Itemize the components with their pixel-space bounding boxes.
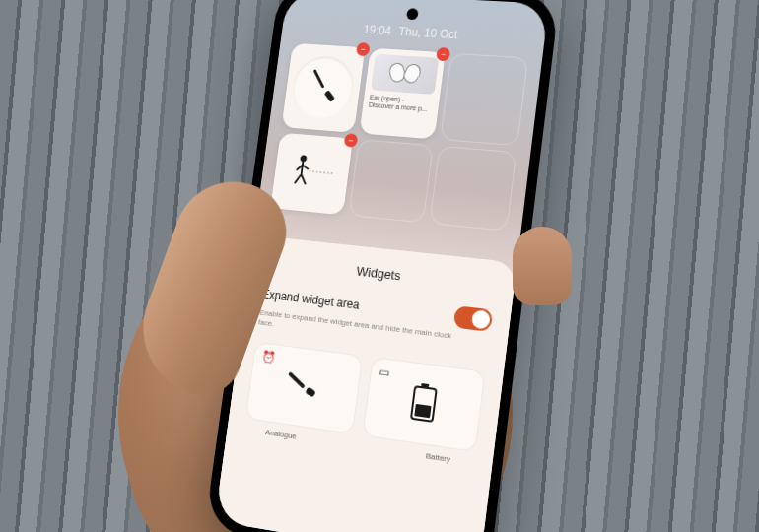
svg-line-4 bbox=[295, 174, 302, 184]
alarm-icon: ⏰ bbox=[261, 349, 277, 365]
walking-figure-icon bbox=[286, 151, 337, 197]
battery-label: Battery bbox=[425, 451, 450, 464]
lockscreen-widget-grid[interactable]: − − Ear (open) - Discover a more p... − bbox=[257, 36, 543, 238]
finger bbox=[513, 227, 572, 305]
earbuds-icon bbox=[371, 54, 439, 95]
empty-widget-slot[interactable] bbox=[348, 139, 433, 223]
status-time: 19:04 bbox=[363, 23, 392, 37]
pedometer-widget[interactable]: − bbox=[270, 133, 353, 216]
svg-line-5 bbox=[300, 174, 307, 184]
svg-point-0 bbox=[300, 155, 307, 162]
analogue-preview[interactable]: ⏰ bbox=[245, 342, 364, 434]
empty-widget-slot[interactable] bbox=[440, 53, 528, 147]
analogue-clock-icon bbox=[281, 364, 327, 412]
remove-widget-button[interactable]: − bbox=[356, 42, 371, 56]
empty-widget-slot[interactable] bbox=[429, 146, 517, 232]
svg-line-1 bbox=[302, 162, 304, 174]
battery-preview[interactable]: ▭ bbox=[362, 357, 485, 452]
expand-widget-toggle[interactable] bbox=[453, 305, 494, 332]
battery-small-icon: ▭ bbox=[379, 365, 390, 379]
status-date: Thu, 10 Oct bbox=[397, 25, 458, 41]
clock-widget[interactable]: − bbox=[281, 43, 365, 133]
remove-widget-button[interactable]: − bbox=[436, 47, 450, 61]
svg-line-6 bbox=[309, 171, 332, 173]
ear-widget[interactable]: − Ear (open) - Discover a more p... bbox=[359, 48, 445, 140]
remove-widget-button[interactable]: − bbox=[344, 133, 359, 148]
expand-widget-label: Expand widget area bbox=[261, 287, 360, 311]
battery-level-icon bbox=[409, 385, 437, 423]
analogue-clock-icon bbox=[289, 54, 357, 120]
analogue-label: Analogue bbox=[265, 428, 298, 441]
